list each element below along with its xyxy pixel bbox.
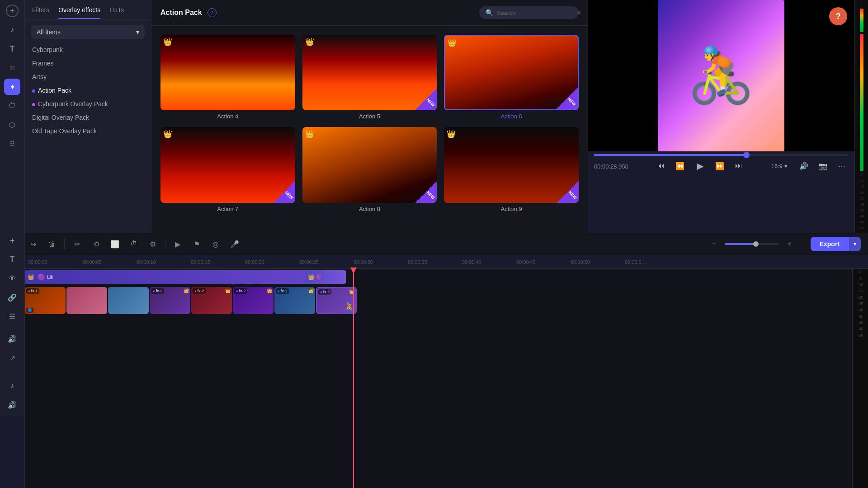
preview-rider: 🚴 bbox=[658, 0, 784, 151]
effect-label-action-4: Action 4 bbox=[217, 113, 238, 120]
help-circle-btn[interactable]: ? bbox=[829, 7, 847, 25]
effect-action-7[interactable]: 👑 NEW Action 7 bbox=[160, 127, 295, 212]
media-btn[interactable]: ▶ bbox=[171, 237, 184, 251]
effect-action-5[interactable]: 👑 NEW Action 5 bbox=[302, 35, 437, 120]
overlay-tab[interactable]: Overlay effects bbox=[58, 6, 100, 19]
redo-btn[interactable]: ↪ bbox=[26, 237, 40, 251]
effect-label-action-8: Action 8 bbox=[359, 206, 380, 212]
clip-crown-8: 👑 bbox=[349, 289, 354, 294]
timeline-content: 👁 🔗 👁 🔊 👁 ⚙ 👑 🟣 Lik bbox=[0, 269, 868, 488]
effects-icon[interactable]: ✦ bbox=[4, 79, 20, 95]
clip-4[interactable]: ●fx·2 👑 bbox=[150, 287, 190, 314]
content-area: Action Pack ? 🔍 ✕ 👑 Action 4 👑 bbox=[151, 0, 588, 233]
step-back-btn[interactable]: ⏪ bbox=[674, 160, 686, 172]
effect-thumb-action-5: 👑 NEW bbox=[302, 35, 437, 110]
skip-start-btn[interactable]: ⏮ bbox=[655, 160, 667, 172]
timeline-text-icon[interactable]: T bbox=[4, 251, 20, 267]
overlay-clip-purple[interactable]: 👑 🟣 bbox=[305, 270, 346, 284]
overlay-clip-like[interactable]: 👑 🟣 Lik bbox=[25, 270, 323, 284]
timeline-list-icon[interactable]: ☰ bbox=[4, 308, 20, 324]
clip-crown-7: 👑 bbox=[308, 288, 314, 293]
zoom-thumb[interactable] bbox=[753, 241, 759, 247]
aspect-ratio-selector[interactable]: 16:9 ▾ bbox=[771, 163, 788, 169]
clip-5[interactable]: ●fx·2 👑 bbox=[191, 287, 232, 314]
all-items-dropdown[interactable]: All items ▾ bbox=[31, 25, 145, 39]
timeline-arrow-icon[interactable]: ↗ bbox=[4, 350, 20, 366]
ruler-10: 00:00:10 bbox=[136, 259, 190, 265]
effect-thumb-action-7: 👑 NEW bbox=[160, 127, 295, 202]
play-btn[interactable]: ▶ bbox=[693, 159, 707, 173]
category-frames[interactable]: Frames bbox=[28, 56, 147, 70]
step-forward-btn[interactable]: ⏩ bbox=[713, 160, 726, 172]
clip-8[interactable]: ●fx·2 👑 🚴 bbox=[316, 287, 357, 314]
export-btn[interactable]: Export bbox=[811, 237, 849, 251]
adjust-btn[interactable]: ⚙ bbox=[146, 237, 160, 251]
export-dropdown-btn[interactable]: ▾ bbox=[849, 237, 861, 251]
search-icon: 🔍 bbox=[486, 9, 493, 16]
skip-end-btn[interactable]: ⏭ bbox=[732, 160, 745, 172]
effects-panel: Filters Overlay effects LUTs All items ▾… bbox=[25, 0, 151, 233]
cut-btn[interactable]: ✂ bbox=[70, 237, 84, 251]
main-track: ●fx·1 🔵 ●fx·2 👑 ●fx·2 👑 bbox=[25, 285, 852, 316]
target-btn[interactable]: ◎ bbox=[209, 237, 222, 251]
dot-blue bbox=[32, 89, 35, 93]
search-clear-icon[interactable]: ✕ bbox=[576, 9, 582, 16]
search-input[interactable] bbox=[497, 9, 573, 16]
category-cyberpunk-overlay[interactable]: Cyberpunk Overlay Pack bbox=[28, 97, 147, 111]
effect-action-8[interactable]: 👑 NEW Action 8 bbox=[302, 127, 437, 212]
screenshot-icon[interactable]: 📷 bbox=[816, 160, 829, 172]
zoom-slider[interactable] bbox=[725, 243, 779, 245]
music-icon[interactable]: ♪ bbox=[4, 22, 20, 38]
effect-action-9[interactable]: 👑 NEW Action 9 bbox=[444, 127, 579, 212]
progress-bar-container[interactable] bbox=[588, 151, 854, 156]
search-box: 🔍 ✕ bbox=[479, 6, 579, 19]
timeline-music-icon[interactable]: ♪ bbox=[4, 378, 20, 394]
add-icon[interactable]: + bbox=[6, 5, 19, 17]
speed-icon[interactable]: ⏱ bbox=[4, 98, 20, 114]
timeline-vol-icon[interactable]: 🔊 bbox=[4, 331, 20, 347]
zoom-in-btn[interactable]: + bbox=[783, 237, 796, 251]
progress-thumb[interactable] bbox=[743, 152, 750, 158]
grid-icon[interactable]: ⠿ bbox=[4, 136, 20, 152]
timeline-tracks-container: 👑 🟣 Lik 👑 🟣 ●fx·1 🔵 bbox=[25, 269, 852, 488]
timeline-eye-icon[interactable]: 👁 bbox=[4, 270, 20, 286]
divider-1 bbox=[64, 239, 65, 249]
crop2-btn[interactable]: ⬜ bbox=[108, 237, 122, 251]
help-icon-small[interactable]: ? bbox=[208, 8, 217, 17]
category-action-pack[interactable]: Action Pack bbox=[28, 84, 147, 97]
sticker-icon[interactable]: ☺ bbox=[4, 60, 20, 76]
mic-btn[interactable]: 🎤 bbox=[228, 237, 241, 251]
puzzle-icon[interactable]: ⬡ bbox=[4, 117, 20, 133]
category-cyberpunk[interactable]: Cyberpunk bbox=[28, 43, 147, 56]
filters-tab[interactable]: Filters bbox=[32, 6, 49, 19]
clip-6[interactable]: ●fx·2 👑 bbox=[233, 287, 274, 314]
add-track-icon[interactable]: + bbox=[4, 232, 20, 249]
clip-2[interactable] bbox=[66, 287, 107, 314]
zoom-fill bbox=[725, 243, 757, 245]
category-digital-overlay[interactable]: Digital Overlay Pack bbox=[28, 111, 147, 124]
category-artsy[interactable]: Artsy bbox=[28, 70, 147, 84]
ruler-0: 00:00:00 bbox=[27, 259, 81, 265]
zoom-out-btn[interactable]: − bbox=[708, 237, 721, 251]
timeline-vol2-icon[interactable]: 🔊 bbox=[4, 397, 20, 413]
new-badge-7: NEW bbox=[274, 181, 295, 203]
delete-btn[interactable]: 🗑 bbox=[45, 237, 59, 251]
flag-btn[interactable]: ⚑ bbox=[190, 237, 203, 251]
crop-btn[interactable]: ⟲ bbox=[89, 237, 103, 251]
timeline-link-icon[interactable]: 🔗 bbox=[4, 289, 20, 305]
volume-icon[interactable]: 🔊 bbox=[797, 160, 810, 172]
clip-marker-1: 🔵 bbox=[26, 308, 33, 313]
clip-7[interactable]: ●fx·1 👑 bbox=[274, 287, 315, 314]
clip-3[interactable] bbox=[108, 287, 149, 314]
effect-label-action-6: Action 6 bbox=[501, 113, 522, 120]
text-icon[interactable]: T bbox=[4, 41, 20, 57]
clip-1[interactable]: ●fx·1 🔵 bbox=[25, 287, 66, 314]
timer-btn[interactable]: ⏱ bbox=[127, 237, 141, 251]
category-old-tape[interactable]: Old Tape Overlay Pack bbox=[28, 124, 147, 138]
progress-bar[interactable] bbox=[594, 154, 848, 156]
luts-tab[interactable]: LUTs bbox=[109, 6, 124, 19]
effect-action-6[interactable]: 👑 NEW Action 6 bbox=[444, 35, 579, 120]
more-options-icon[interactable]: ⋯ bbox=[835, 160, 848, 172]
clip-crown-6: 👑 bbox=[267, 288, 272, 293]
effect-action-4[interactable]: 👑 Action 4 bbox=[160, 35, 295, 120]
